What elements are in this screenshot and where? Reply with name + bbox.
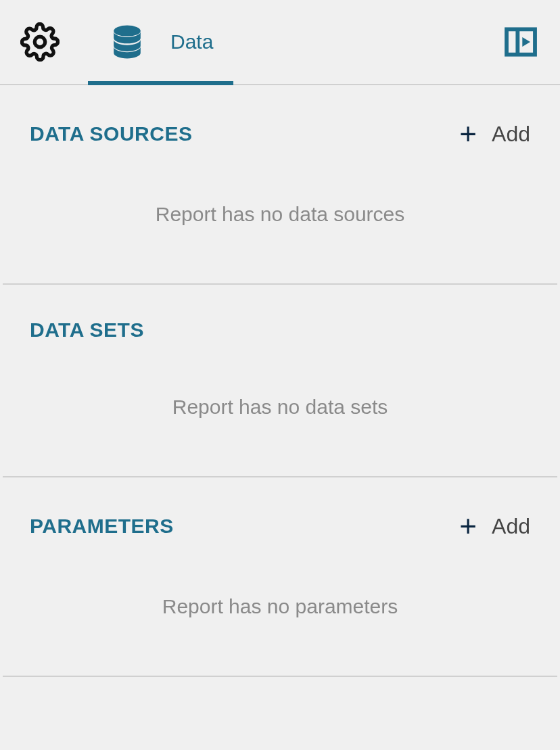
parameters-header: PARAMETERS + Add [30, 511, 530, 541]
parameters-section: PARAMETERS + Add Report has no parameter… [3, 477, 557, 677]
data-tab-label: Data [170, 30, 213, 53]
add-data-source-button[interactable]: + Add [459, 119, 530, 149]
database-icon [108, 23, 146, 61]
add-parameter-button[interactable]: + Add [459, 511, 530, 541]
data-sets-title: DATA SETS [30, 319, 144, 342]
add-parameter-label: Add [492, 514, 530, 539]
data-sources-title: DATA SOURCES [30, 122, 192, 145]
data-sets-empty-message: Report has no data sets [30, 396, 530, 456]
parameters-title: PARAMETERS [30, 515, 174, 538]
data-sets-section: DATA SETS Report has no data sets [3, 285, 557, 477]
svg-point-0 [34, 37, 45, 47]
data-sources-header: DATA SOURCES + Add [30, 119, 530, 149]
data-sources-section: DATA SOURCES + Add Report has no data so… [3, 85, 557, 285]
collapse-panel-button[interactable] [492, 0, 540, 84]
gear-icon [20, 22, 60, 62]
plus-icon: + [459, 119, 477, 149]
settings-tab[interactable] [20, 0, 88, 84]
plus-icon: + [459, 511, 477, 541]
data-tab[interactable]: Data [88, 0, 233, 84]
svg-rect-2 [507, 29, 535, 54]
parameters-empty-message: Report has no parameters [30, 595, 530, 655]
add-data-source-label: Add [492, 122, 530, 147]
panel-collapse-icon [502, 23, 540, 61]
svg-point-1 [114, 26, 141, 37]
svg-marker-4 [522, 37, 530, 47]
top-toolbar: Data [0, 0, 560, 85]
data-sets-header: DATA SETS [30, 319, 530, 342]
data-sources-empty-message: Report has no data sources [30, 203, 530, 263]
